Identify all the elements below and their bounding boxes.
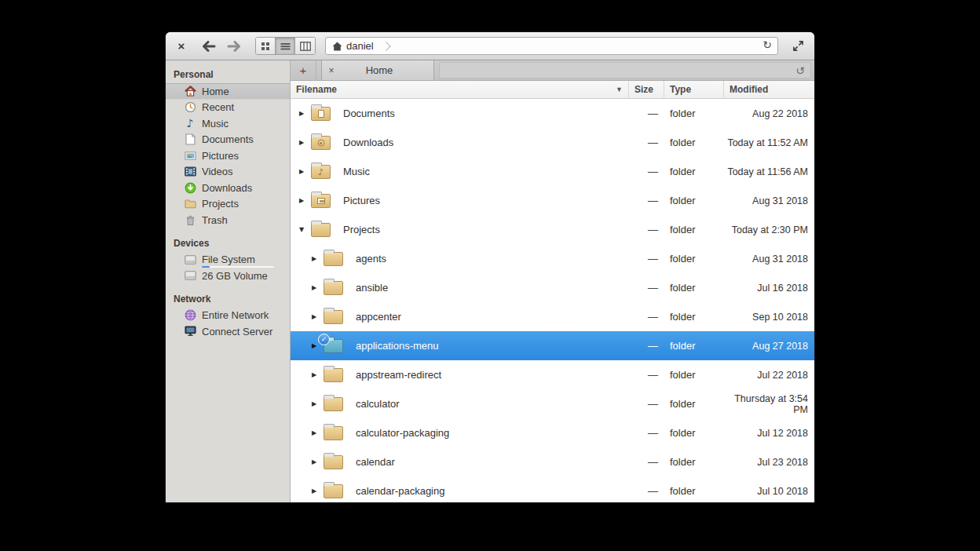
file-type: folder: [664, 282, 724, 294]
folder-icon: [184, 198, 196, 210]
table-row[interactable]: ▶ ✓ appcenter — folder Sep 10 2018: [291, 302, 814, 331]
file-size: —: [629, 282, 664, 294]
back-arrow-icon: [202, 41, 216, 52]
tab-home[interactable]: × Home: [321, 60, 434, 80]
file-name: calculator-packaging: [343, 427, 629, 439]
expander-icon[interactable]: ▶: [309, 313, 320, 320]
close-window-button[interactable]: ×: [174, 39, 189, 53]
trash-icon: [184, 213, 196, 226]
expander-icon[interactable]: ▶: [309, 487, 320, 494]
column-header-type[interactable]: Type: [664, 81, 724, 98]
sidebar-devices-items: File System 26 GB Volume: [166, 252, 290, 284]
table-row[interactable]: ▶ ✓ applications-menu — folder Aug 27 20…: [291, 331, 814, 360]
file-name: ansible: [343, 282, 629, 294]
file-modified: Jul 23 2018: [724, 457, 814, 468]
table-row[interactable]: ▶ ✓ Downloads — folder Today at 11:52 AM: [291, 128, 814, 157]
expander-icon[interactable]: ▶: [309, 371, 320, 378]
filename-header-label: Filename: [296, 81, 337, 98]
table-row[interactable]: ▶ ✓ calendar-packaging — folder Jul 10 2…: [291, 476, 814, 502]
file-size: —: [629, 224, 664, 235]
file-size: —: [629, 485, 664, 497]
home-icon: [184, 85, 196, 97]
sidebar-item[interactable]: 26 GB Volume: [166, 268, 290, 284]
downloads-icon: [184, 181, 196, 194]
back-button[interactable]: [199, 37, 219, 56]
column-header-modified[interactable]: Modified: [724, 81, 814, 98]
sidebar-item[interactable]: Documents: [166, 132, 290, 148]
sidebar-item[interactable]: Home: [166, 83, 290, 100]
expander-icon[interactable]: ▼: [296, 226, 307, 233]
path-bar[interactable]: daniel ↻: [325, 37, 778, 55]
table-row[interactable]: ▶ ✓ appstream-redirect — folder Jul 22 2…: [291, 360, 814, 389]
expander-icon[interactable]: ▶: [296, 197, 307, 204]
expander-icon[interactable]: ▶: [296, 168, 307, 175]
sidebar-item[interactable]: ♪ Music: [166, 115, 290, 132]
table-row[interactable]: ▶ ✓ calculator — folder Thursday at 3:54…: [291, 389, 814, 418]
sidebar-item[interactable]: File System: [166, 252, 290, 268]
expander-icon[interactable]: ▶: [309, 284, 320, 291]
file-type: folder: [664, 340, 724, 352]
folder-icon: ✓: [324, 396, 343, 411]
list-view-button[interactable]: [276, 38, 295, 54]
expander-icon[interactable]: ▶: [309, 400, 320, 407]
sidebar-item-label: Documents: [202, 133, 254, 145]
sidebar-item-label: File System: [202, 254, 255, 265]
file-type: folder: [664, 195, 724, 206]
file-name: calendar: [343, 456, 629, 468]
expander-icon[interactable]: ▶: [309, 458, 320, 465]
tab-label: Home: [341, 64, 433, 76]
folder-icon: ✓: [324, 251, 343, 266]
column-view-button[interactable]: [295, 38, 315, 54]
grid-view-button[interactable]: [256, 38, 276, 54]
sidebar-item-label: Trash: [202, 214, 228, 226]
file-type: folder: [664, 311, 724, 323]
table-row[interactable]: ▼ ✓ Projects — folder Today at 2:30 PM: [291, 215, 814, 244]
sidebar-item[interactable]: Projects: [166, 196, 290, 213]
expander-icon[interactable]: ▶: [296, 139, 307, 146]
file-modified: Sep 10 2018: [724, 312, 814, 323]
file-name: Projects: [331, 224, 629, 235]
table-row[interactable]: ▶ ✓ Documents — folder Aug 22 2018: [291, 99, 814, 128]
expander-icon[interactable]: ▶: [296, 110, 307, 117]
file-name: calculator: [343, 398, 629, 410]
sidebar-item[interactable]: Videos: [166, 164, 290, 181]
sidebar-item-label: Downloads: [202, 182, 252, 194]
expander-icon[interactable]: ▶: [309, 255, 320, 262]
history-icon[interactable]: ↺: [795, 65, 810, 76]
sidebar-item[interactable]: Pictures: [166, 148, 290, 164]
tab-close-icon[interactable]: ×: [322, 65, 341, 76]
expander-icon[interactable]: ▶: [309, 429, 320, 436]
file-name: appcenter: [343, 311, 629, 323]
table-row[interactable]: ▶ ✓ agents — folder Aug 31 2018: [291, 244, 814, 273]
breadcrumb-location[interactable]: daniel: [346, 40, 374, 52]
videos-icon: [184, 166, 196, 178]
file-list: ▶ ✓ Documents — folder Aug 22 2018 ▶: [291, 99, 814, 502]
table-row[interactable]: ▶ ✓ calculator-packaging — folder Jul 12…: [291, 418, 814, 447]
sort-dropdown-icon[interactable]: ▼: [616, 81, 623, 98]
sidebar-item[interactable]: Entire Network: [166, 308, 290, 324]
file-name: Pictures: [331, 195, 629, 206]
file-type: folder: [664, 485, 724, 497]
sidebar-item[interactable]: Trash: [166, 212, 290, 228]
column-header-filename[interactable]: Filename ▼: [291, 81, 629, 98]
new-tab-button[interactable]: +: [291, 60, 316, 80]
table-row[interactable]: ▶ ✓ ♪ Music — folder Today at 11:56 AM: [291, 157, 814, 186]
sidebar-item[interactable]: Downloads: [166, 180, 290, 196]
file-modified: Today at 11:52 AM: [724, 137, 814, 148]
expander-icon[interactable]: ▶: [309, 342, 320, 349]
table-row[interactable]: ▶ ✓ Pictures — folder Aug 31 2018: [291, 186, 814, 215]
document-icon: [184, 133, 196, 146]
expand-window-button[interactable]: [788, 37, 808, 56]
table-row[interactable]: ▶ ✓ calendar — folder Jul 23 2018: [291, 447, 814, 476]
refresh-button[interactable]: ↻: [762, 38, 772, 51]
list-view-icon: [280, 42, 291, 51]
file-modified: Aug 31 2018: [724, 254, 814, 265]
column-header-size[interactable]: Size: [629, 81, 664, 98]
sidebar-item[interactable]: Connect Server: [166, 323, 290, 340]
home-icon: [332, 42, 342, 51]
file-name: Downloads: [331, 137, 629, 148]
table-row[interactable]: ▶ ✓ ansible — folder Jul 16 2018: [291, 273, 814, 302]
forward-button[interactable]: [224, 37, 244, 56]
sidebar-item[interactable]: Recent: [166, 100, 290, 116]
sidebar-item-label: Connect Server: [202, 326, 272, 338]
